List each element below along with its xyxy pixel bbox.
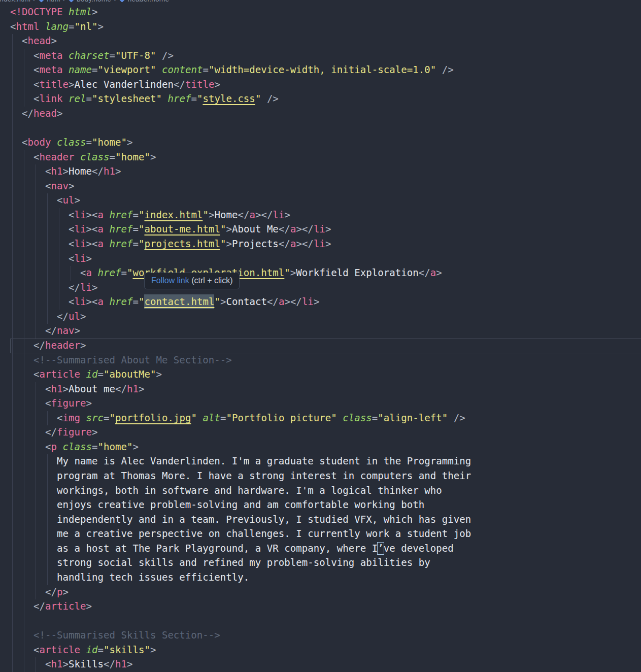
indent-guide xyxy=(24,425,24,440)
code-token: "align-left" xyxy=(378,412,448,424)
file-link[interactable]: portfolio.jpg xyxy=(115,412,191,424)
code-line[interactable]: <li><a href="contact.html">Contact</a></… xyxy=(10,295,641,310)
code-token: a xyxy=(249,209,255,221)
code-line[interactable]: <li> xyxy=(10,252,641,266)
file-link[interactable]: projects.html xyxy=(144,238,220,250)
indent-guide xyxy=(47,252,48,266)
code-line[interactable]: <p class="home"> xyxy=(10,440,641,455)
code-line[interactable]: <h1>About me</h1> xyxy=(10,382,641,397)
code-line[interactable]: me a creative perspective on challenges.… xyxy=(10,527,641,542)
code-line[interactable]: strong social skills and refined my prob… xyxy=(10,556,641,570)
code-line[interactable]: <li><a href="index.html">Home</a></li> xyxy=(10,208,641,223)
indent-guide xyxy=(24,411,24,426)
code-token xyxy=(197,412,203,424)
code-token: nav xyxy=(57,325,75,337)
code-line[interactable]: <meta name="viewport" content="width=dev… xyxy=(10,63,641,78)
code-token: li xyxy=(74,238,86,250)
code-line[interactable]: <article id="skills"> xyxy=(10,643,641,658)
code-line[interactable]: </li> xyxy=(10,281,641,295)
code-line[interactable]: </ul> xyxy=(10,310,641,324)
code-token: < xyxy=(45,383,51,395)
unicode-highlight-char: ’ xyxy=(378,543,384,554)
code-token: < xyxy=(69,209,75,221)
code-line[interactable] xyxy=(10,614,641,629)
code-line[interactable]: <h1>Skills</h1> xyxy=(10,657,641,672)
code-line[interactable]: <img src="portfolio.jpg" alt="Portfolio … xyxy=(10,411,641,426)
breadcrumb-item-html[interactable]: html xyxy=(38,0,60,3)
code-token xyxy=(10,209,69,221)
code-token: a xyxy=(86,267,92,279)
code-line[interactable]: </head> xyxy=(10,107,641,121)
code-line[interactable]: </p> xyxy=(10,585,641,600)
code-line[interactable]: <!DOCTYPE html> xyxy=(10,5,641,20)
code-token: " xyxy=(139,238,145,250)
code-token: meta xyxy=(39,50,62,61)
indent-guide xyxy=(59,208,59,223)
indent-guide xyxy=(24,266,24,281)
code-line[interactable]: <!--Summarised Skills Section--> xyxy=(10,628,641,643)
indent-guide xyxy=(24,339,24,353)
code-token: article xyxy=(45,600,86,612)
code-line[interactable]: enjoys creative problem-solving and am c… xyxy=(10,498,641,513)
code-line[interactable] xyxy=(10,121,641,136)
follow-link[interactable]: Follow link xyxy=(151,276,189,285)
code-token: href xyxy=(109,223,132,235)
code-token: </ xyxy=(279,238,290,250)
code-lines: <!DOCTYPE html><html lang="nl"> <head> <… xyxy=(10,5,641,672)
code-line[interactable]: </header> xyxy=(10,339,641,353)
breadcrumb-item-header-home[interactable]: header.home xyxy=(119,0,169,3)
code-line[interactable]: <li><a href="projects.html">Projects</a>… xyxy=(10,237,641,252)
code-line[interactable]: as a host at The Park Playground, a VR c… xyxy=(10,542,641,556)
code-token: id xyxy=(86,368,97,380)
indent-guide xyxy=(24,324,24,339)
code-line[interactable]: <figure> xyxy=(10,396,641,411)
code-token: > xyxy=(220,296,226,308)
code-token: = xyxy=(203,64,209,76)
code-line[interactable]: <meta charset="UTF-8" /> xyxy=(10,49,641,63)
code-token xyxy=(448,412,454,424)
code-line[interactable]: <title>Alec Vanderlinden</title> xyxy=(10,78,641,92)
code-token: </ xyxy=(279,223,290,235)
breadcrumb-item-body-home[interactable]: body.home xyxy=(68,0,111,3)
code-line[interactable]: independently and in a team. Previously,… xyxy=(10,513,641,527)
chevron-right-icon: › xyxy=(33,0,36,4)
code-line[interactable]: <head> xyxy=(10,34,641,49)
code-line[interactable]: My name is Alec Vanderlinden. I'm a grad… xyxy=(10,454,641,469)
code-token: a xyxy=(97,223,104,235)
ctrl-hover-link[interactable]: contact.html xyxy=(144,296,214,308)
code-token: meta xyxy=(39,64,62,76)
file-link[interactable]: about-me.html xyxy=(144,223,220,235)
code-line[interactable]: <link rel="stylesheet" href="style.css" … xyxy=(10,92,641,107)
code-line[interactable]: workings, both in software and hardware.… xyxy=(10,484,641,498)
code-line[interactable]: <header class="home"> xyxy=(10,150,641,165)
indent-guide xyxy=(59,252,59,266)
code-token xyxy=(10,93,33,105)
indent-guide xyxy=(47,454,48,469)
file-link[interactable]: style.css xyxy=(203,93,255,105)
code-line[interactable]: </nav> xyxy=(10,324,641,339)
code-token: > xyxy=(86,600,92,612)
code-line[interactable]: <article id="aboutMe"> xyxy=(10,367,641,382)
indent-guide xyxy=(12,425,13,440)
code-line[interactable]: <a href="workfield-exploration.html">Wor… xyxy=(10,266,641,281)
code-line[interactable]: <body class="home"> xyxy=(10,136,641,150)
code-line[interactable]: <html lang="nl"> xyxy=(10,20,641,35)
code-editor[interactable]: <!DOCTYPE html><html lang="nl"> <head> <… xyxy=(10,5,641,672)
indent-guide xyxy=(24,498,24,513)
code-line[interactable]: program at Thomas More. I have a strong … xyxy=(10,469,641,484)
code-line[interactable]: <!--Summarised About Me Section--> xyxy=(10,353,641,368)
breadcrumb-item-index-html[interactable]: index.html xyxy=(0,0,30,3)
code-line[interactable]: handling tech issues efficiently. xyxy=(10,570,641,585)
code-line[interactable]: <ul> xyxy=(10,193,641,208)
file-link[interactable]: index.html xyxy=(144,209,203,221)
code-line[interactable]: <h1>Home</h1> xyxy=(10,164,641,179)
code-line[interactable]: <nav> xyxy=(10,179,641,194)
code-token: < xyxy=(45,165,51,177)
breadcrumb: index.html›html›body.home›header.home xyxy=(0,0,641,5)
code-token: nav xyxy=(51,180,69,192)
code-line[interactable]: <li><a href="about-me.html">About Me</a>… xyxy=(10,222,641,237)
code-line[interactable]: </article> xyxy=(10,599,641,614)
code-line[interactable]: </figure> xyxy=(10,425,641,440)
indent-guide xyxy=(24,193,24,208)
indent-guide xyxy=(24,527,24,542)
